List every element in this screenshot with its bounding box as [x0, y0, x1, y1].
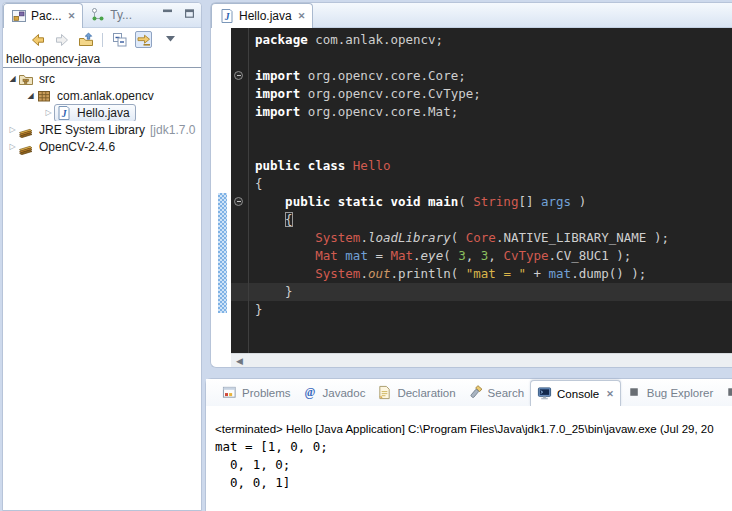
code-line[interactable]: import org.opencv.core.Mat; [231, 103, 732, 121]
scroll-left-arrow-icon[interactable]: ◀ [231, 356, 243, 366]
code-line[interactable]: Mat mat = Mat.eye( 3, 3, CvType.CV_8UC1 … [231, 247, 732, 265]
tab-hello-java[interactable]: J Hello.java ✕ [211, 3, 313, 28]
view-menu-button[interactable] [163, 31, 180, 48]
console-output-text[interactable]: mat = [1, 0, 0; 0, 1, 0; 0, 0, 1] [215, 438, 732, 492]
back-arrow[interactable] [29, 31, 46, 48]
code-line[interactable]: { [231, 175, 732, 193]
minimize-icon[interactable] [162, 9, 173, 18]
tab-package-explorer-label: Pac... [31, 9, 62, 23]
code-line[interactable]: } [231, 301, 732, 319]
tree-item-project[interactable]: hello-opencv-java [3, 51, 201, 68]
console-view: Problems@JavadocDeclarationSearchConsole… [205, 378, 732, 511]
toolbar-separator [102, 33, 103, 47]
collapse-all-button[interactable] [111, 31, 128, 48]
forward-arrow[interactable] [53, 31, 70, 48]
tab-bug[interactable]: Bug [719, 379, 732, 406]
code-line[interactable]: package com.anlak.opencv; [231, 31, 732, 49]
editor-tab-label: Hello.java [239, 9, 292, 23]
tab-label: Javadoc [323, 387, 366, 399]
close-icon[interactable]: ✕ [604, 389, 614, 399]
tree-item-label: JRE System Library [37, 123, 147, 137]
console-body[interactable]: <terminated> Hello [Java Application] C:… [206, 406, 732, 511]
code-token: ( [451, 230, 466, 245]
tree-item-jre-system-library[interactable]: ▷JRE System Library [jdk1.7.0 [3, 121, 201, 138]
code-token: package [255, 32, 308, 47]
console-tabbar: Problems@JavadocDeclarationSearchConsole… [206, 379, 732, 406]
library-icon [18, 139, 34, 155]
tab-console[interactable]: Console✕ [530, 380, 621, 406]
package-explorer-icon [11, 8, 27, 24]
declaration-icon [377, 385, 392, 400]
code-line[interactable] [231, 139, 732, 157]
code-token: .println( [390, 266, 465, 281]
package-explorer-tabbar: Pac... ✕ Ty... [3, 3, 201, 28]
code-token [255, 266, 315, 281]
tab-type-hierarchy[interactable]: Ty... [83, 3, 139, 27]
tree-item-src[interactable]: ◢src [3, 70, 201, 87]
tab-declaration[interactable]: Declaration [371, 379, 461, 406]
code-line-current[interactable]: } [231, 283, 732, 301]
eclipse-workbench: { "colors": { "editor_background": "#232… [0, 0, 732, 511]
tab-problems[interactable]: Problems [216, 379, 297, 406]
code-token: mat [345, 248, 368, 263]
code-token: .dump() ); [571, 266, 646, 281]
tree-item-opencv-2.4.6[interactable]: ▷OpenCV-2.4.6 [3, 138, 201, 155]
editor-horizontal-scrollbar[interactable]: ◀ [231, 353, 732, 367]
view-menu-icon [164, 32, 180, 48]
tab-search[interactable]: Search [462, 379, 530, 406]
type-hierarchy-icon [90, 7, 106, 23]
expand-arrow-icon[interactable]: ▷ [7, 142, 18, 151]
code-token: 3 [458, 248, 466, 263]
code-editor[interactable]: package com.anlak.opencv;import org.open… [231, 28, 732, 353]
svg-text:J: J [61, 108, 67, 118]
collapse-arrow-icon[interactable]: ◢ [7, 74, 18, 83]
code-token: mat [549, 266, 572, 281]
link-with-editor-button[interactable] [135, 31, 152, 48]
code-token: import [255, 68, 300, 83]
code-token: org.opencv.core.CvType; [300, 86, 481, 101]
tab-bug-explorer[interactable]: Bug Explorer [621, 379, 719, 406]
up-folder-button[interactable] [77, 31, 94, 48]
tab-type-hierarchy-label: Ty... [110, 8, 132, 22]
fold-collapse-icon[interactable] [234, 197, 243, 206]
expand-arrow-icon[interactable]: ▷ [43, 108, 54, 117]
src-folder-icon [18, 71, 34, 87]
maximize-icon[interactable] [184, 9, 195, 18]
fold-collapse-icon[interactable] [234, 71, 243, 80]
tab-package-explorer[interactable]: Pac... ✕ [3, 3, 83, 28]
code-token: import [255, 86, 300, 101]
code-line[interactable]: public static void main( String[] args ) [231, 193, 732, 211]
editor-part: J Hello.java ✕ package com.anlak.opencv;… [210, 2, 732, 368]
console-icon [537, 386, 552, 401]
collapse-arrow-icon[interactable]: ◢ [25, 91, 36, 100]
code-line[interactable]: System.loadLibrary( Core.NATIVE_LIBRARY_… [231, 229, 732, 247]
tree-item-com.anlak.opencv[interactable]: ◢com.anlak.opencv [3, 87, 201, 104]
method-range-indicator [218, 193, 227, 313]
code-line[interactable]: import org.opencv.core.Core; [231, 67, 732, 85]
tree-item-label: com.anlak.opencv [55, 89, 156, 103]
tree-item-hello.java[interactable]: ▷JHello.java [3, 104, 201, 121]
code-token: org.opencv.core.Mat; [300, 104, 458, 119]
close-icon[interactable]: ✕ [66, 11, 76, 21]
search-icon [468, 385, 483, 400]
tab-label: Console [557, 388, 599, 400]
code-token: } [255, 302, 263, 317]
code-line[interactable]: { [231, 211, 732, 229]
code-line[interactable] [231, 121, 732, 139]
close-icon[interactable]: ✕ [296, 11, 306, 21]
tab-javadoc[interactable]: @Javadoc [297, 379, 372, 406]
code-token: = [368, 248, 391, 263]
code-line[interactable]: public class Hello [231, 157, 732, 175]
selected-tree-item[interactable]: JHello.java [54, 104, 136, 121]
java-file-icon: J [56, 105, 72, 121]
code-token: , [488, 248, 503, 263]
code-line[interactable]: System.out.println( "mat = " + mat.dump(… [231, 265, 732, 283]
code-line[interactable] [231, 49, 732, 67]
tree-item-label: src [37, 72, 57, 86]
code-line[interactable]: import org.opencv.core.CvType; [231, 85, 732, 103]
code-token: ( [458, 194, 473, 209]
problems-icon [222, 385, 237, 400]
expand-arrow-icon[interactable]: ▷ [7, 125, 18, 134]
view-window-buttons [162, 9, 195, 18]
editor-body: package com.anlak.opencv;import org.open… [211, 28, 732, 353]
